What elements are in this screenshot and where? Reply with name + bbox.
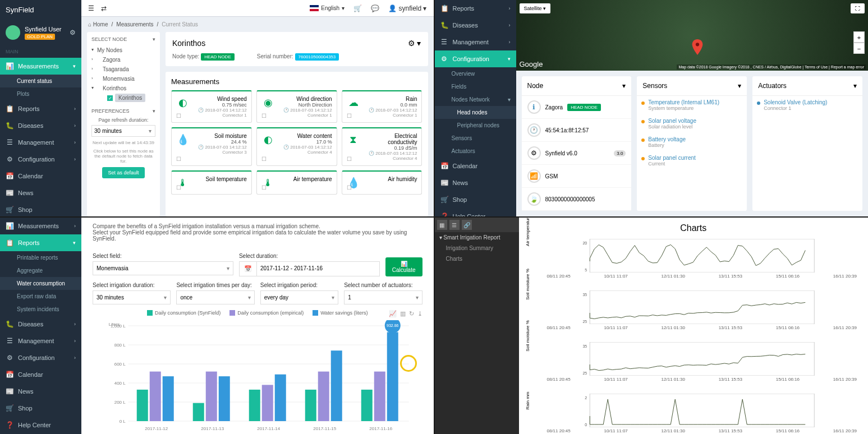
calendar-icon[interactable]: 📅 bbox=[239, 261, 256, 276]
zoom-in-icon[interactable]: + bbox=[853, 31, 865, 43]
chart-tool-refresh-icon[interactable]: ↻ bbox=[409, 310, 414, 317]
chevron-down-icon[interactable]: ▾ bbox=[853, 82, 857, 90]
tree-korinthos-checked[interactable]: ✓Korinthos bbox=[91, 93, 155, 103]
irr-duration-select[interactable]: 30 minutes bbox=[93, 290, 171, 304]
bar[interactable] bbox=[249, 390, 260, 421]
map-view[interactable]: Satellite ▾ ⛶ +− Google Map data ©2018 G… bbox=[516, 0, 869, 71]
measurement-card[interactable]: 🌡 Soil temperature ☐ bbox=[171, 170, 252, 195]
nav-diseases[interactable]: 🐛Diseases› bbox=[435, 17, 516, 34]
bar[interactable] bbox=[206, 372, 217, 421]
bar[interactable] bbox=[219, 376, 230, 421]
measurement-card[interactable]: 💧 Air humidity ☐ bbox=[342, 170, 422, 195]
measurement-card[interactable]: ◐ Wind speed 0.75 m/sec 🕐 2018-07-03 14:… bbox=[171, 90, 252, 123]
bar[interactable] bbox=[361, 390, 373, 421]
chevron-down-icon[interactable]: ▾ bbox=[738, 82, 741, 90]
report-tree-charts[interactable]: Charts bbox=[435, 253, 519, 264]
nav-measurements[interactable]: 📊Measurements› bbox=[0, 218, 81, 234]
nav-shop[interactable]: 🛒Shop bbox=[0, 201, 81, 216]
measurement-card[interactable]: ⧗ Electrical conductivity 0.19 dS/m 🕐 20… bbox=[342, 127, 422, 166]
bookmark-icon[interactable]: ☐ bbox=[261, 156, 267, 162]
nav-fields[interactable]: Fields bbox=[435, 80, 516, 93]
nav-management[interactable]: ☰Management› bbox=[435, 34, 516, 50]
bookmark-icon[interactable]: ☐ bbox=[347, 184, 352, 191]
nav-water-consumption[interactable]: Water consumption bbox=[0, 277, 81, 290]
tree-monemvasia[interactable]: ›Monemvasia bbox=[91, 74, 155, 84]
bar[interactable] bbox=[137, 390, 148, 421]
tree-korinthos[interactable]: ▾Korinthos bbox=[91, 84, 155, 93]
bar[interactable] bbox=[262, 385, 273, 421]
nav-current-status[interactable]: Current status bbox=[0, 75, 81, 87]
nav-plots[interactable]: Plots bbox=[0, 87, 81, 100]
bookmark-icon[interactable]: ☐ bbox=[176, 113, 181, 119]
menu-icon[interactable]: ☰ bbox=[88, 4, 94, 12]
legend-item[interactable]: Daily consumption (empirical) bbox=[229, 310, 304, 316]
chevron-down-icon[interactable]: ▾ bbox=[153, 36, 155, 42]
bar[interactable] bbox=[305, 390, 316, 421]
legend-item[interactable]: Water savings (liters) bbox=[313, 310, 368, 316]
list-view-icon[interactable]: ☰ bbox=[449, 220, 460, 230]
actuators-select[interactable]: 1 bbox=[344, 290, 422, 304]
nav-reports[interactable]: 📋Reports› bbox=[435, 0, 516, 17]
breadcrumb-l2[interactable]: Measurements bbox=[116, 21, 153, 27]
nav-news[interactable]: 📰News bbox=[0, 383, 81, 400]
nav-diseases[interactable]: 🐛Diseases› bbox=[0, 117, 81, 134]
actuator-item[interactable]: Solenoid Valve (Latching) Connector 1 bbox=[752, 96, 862, 114]
tree-zagora[interactable]: ›Zagora bbox=[91, 55, 155, 64]
nav-help[interactable]: ❓Help Center bbox=[0, 417, 81, 433]
chevron-down-icon[interactable]: ▾ bbox=[622, 82, 626, 90]
calculate-button[interactable]: 📊 Calculate bbox=[385, 257, 422, 276]
legend-item[interactable]: Daily consumption (SynField) bbox=[147, 310, 221, 316]
sensor-item[interactable]: Solar panel currentCurrent bbox=[637, 151, 747, 170]
checkbox-icon[interactable]: ✓ bbox=[107, 95, 113, 101]
bar[interactable] bbox=[331, 350, 342, 421]
nav-sensors[interactable]: Sensors bbox=[435, 132, 516, 145]
link-icon[interactable]: 🔗 bbox=[462, 220, 472, 230]
bookmark-icon[interactable]: ☐ bbox=[176, 156, 181, 162]
nav-nodes-network[interactable]: Nodes Network▾ bbox=[435, 93, 516, 106]
user-menu[interactable]: 👤 synfield ▾ bbox=[388, 4, 426, 12]
nav-measurements[interactable]: 📊Measurements▾ bbox=[0, 58, 81, 75]
chart-tool-download-icon[interactable]: ⤓ bbox=[417, 310, 422, 317]
times-select[interactable]: once bbox=[176, 290, 254, 304]
nav-shop[interactable]: 🛒Shop bbox=[435, 191, 516, 208]
duration-input[interactable]: 2017-11-12 - 2017-11-16 bbox=[256, 261, 380, 276]
bar[interactable] bbox=[163, 376, 174, 421]
tree-my-nodes[interactable]: ▾My Nodes bbox=[91, 45, 155, 55]
measurement-card[interactable]: 🌡 Air temperature ☐ bbox=[256, 170, 337, 195]
chevron-down-icon[interactable]: ▾ bbox=[153, 108, 155, 114]
bar[interactable] bbox=[318, 372, 329, 421]
gear-icon[interactable]: ⚙ ▾ bbox=[408, 39, 421, 48]
report-tree-root[interactable]: ▾ Smart Irrigation Report bbox=[435, 232, 519, 243]
nav-news[interactable]: 📰News bbox=[0, 184, 81, 201]
period-select[interactable]: every day bbox=[260, 290, 338, 304]
chat-icon[interactable]: 💬 bbox=[371, 4, 379, 12]
field-select[interactable]: Monemvasia bbox=[93, 261, 233, 275]
bar[interactable] bbox=[150, 372, 161, 421]
set-default-button[interactable]: Set as default bbox=[102, 167, 144, 178]
sensor-item[interactable]: Solar panel voltageSolar radiation level bbox=[637, 114, 747, 133]
satellite-toggle[interactable]: Satellite ▾ bbox=[520, 3, 551, 13]
nav-overview[interactable]: Overview bbox=[435, 67, 516, 80]
measurement-card[interactable]: ☁ Rain 0.0 mm 🕐 2018-07-03 14:12:12 Conn… bbox=[342, 90, 422, 123]
measurement-card[interactable]: 💧 Soil moisture 24.4 % 🕐 2018-07-03 14:1… bbox=[171, 127, 252, 166]
bar[interactable] bbox=[275, 375, 286, 421]
nav-management[interactable]: ☰Management› bbox=[0, 134, 81, 151]
chart-tool-bars-icon[interactable]: ▥ bbox=[400, 310, 406, 317]
sensor-item[interactable]: Battery voltageBattery bbox=[637, 133, 747, 151]
nav-peripheral-nodes[interactable]: Peripheral nodes bbox=[435, 119, 516, 132]
nav-reports[interactable]: 📋Reports› bbox=[0, 100, 81, 117]
nav-calendar[interactable]: 📅Calendar bbox=[435, 158, 516, 174]
bookmark-icon[interactable]: ☐ bbox=[176, 184, 181, 191]
gear-icon[interactable]: ⚙ bbox=[70, 29, 76, 36]
zoom-out-icon[interactable]: − bbox=[853, 43, 865, 54]
measurement-card[interactable]: ◉ Wind direction North Direction 🕐 2018-… bbox=[256, 90, 337, 123]
nav-calendar[interactable]: 📅Calendar bbox=[0, 168, 81, 184]
nav-calendar[interactable]: 📅Calendar bbox=[0, 366, 81, 383]
report-tree-summary[interactable]: Irrigation Summary bbox=[435, 243, 519, 253]
cart-icon[interactable]: 🛒 bbox=[353, 4, 362, 12]
nav-printable[interactable]: Printable reports bbox=[0, 251, 81, 264]
bar[interactable] bbox=[387, 332, 398, 421]
bookmark-icon[interactable]: ☐ bbox=[261, 113, 267, 119]
nav-help[interactable]: ❓Help Center bbox=[435, 208, 516, 216]
swap-icon[interactable]: ⇄ bbox=[101, 4, 107, 12]
